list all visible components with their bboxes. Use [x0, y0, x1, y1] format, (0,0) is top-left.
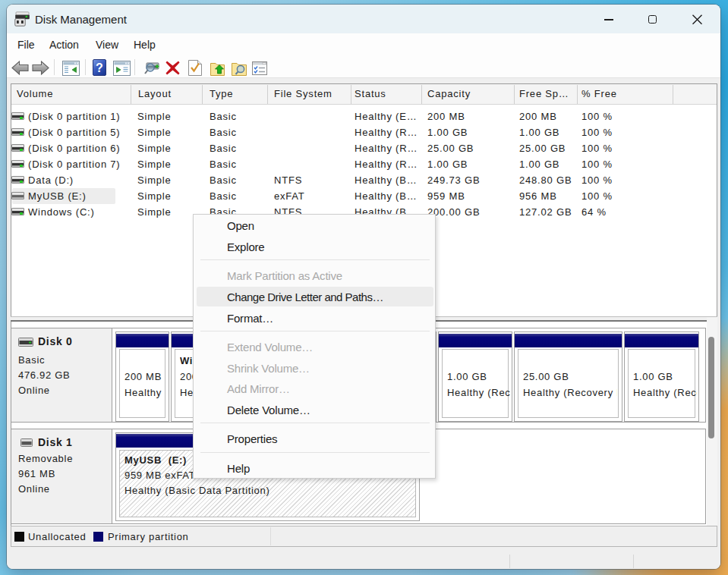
- svg-text:?: ?: [96, 61, 103, 74]
